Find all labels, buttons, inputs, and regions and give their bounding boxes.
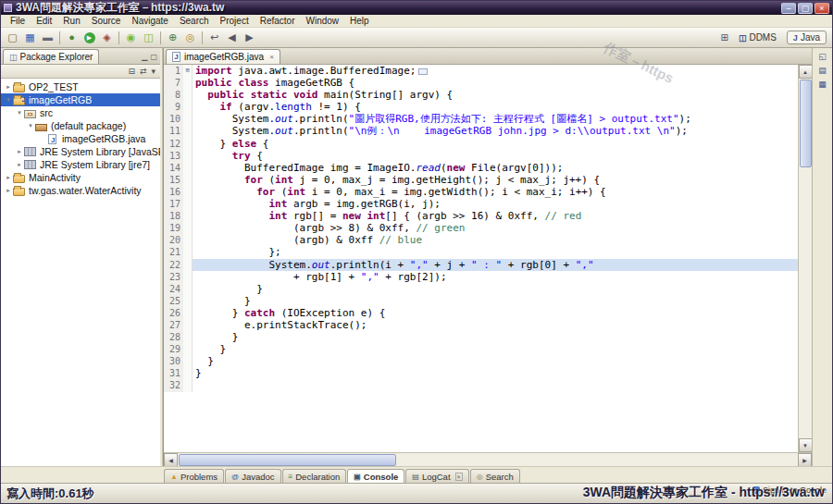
editor-tab[interactable]: J imageGetRGB.java × [166, 49, 280, 64]
tree-item[interactable]: ▸JRE System Library [JavaSE-1.7] [1, 145, 160, 158]
code-line[interactable]: 15 for (int j = 0, max_j = img.getHeight… [164, 174, 798, 186]
expander-icon[interactable]: ▸ [4, 187, 13, 194]
expander-icon[interactable]: ▾ [15, 109, 24, 117]
line-number[interactable]: 29 [164, 343, 183, 355]
menu-item-navigate[interactable]: Navigate [126, 16, 173, 26]
expander-icon[interactable]: ▾ [4, 96, 13, 104]
menu-item-edit[interactable]: Edit [31, 16, 57, 26]
close-icon[interactable]: × [455, 473, 463, 481]
line-number[interactable]: 18 [164, 210, 183, 222]
line-number[interactable]: 24 [164, 283, 183, 295]
android-virtual-device-icon[interactable]: ◫ [140, 30, 157, 46]
expander-icon[interactable]: ▸ [15, 148, 24, 155]
bottom-tab-problems[interactable]: ▲Problems [164, 469, 224, 483]
horizontal-scrollbar[interactable]: ◀ ▶ [164, 452, 812, 466]
run-icon[interactable]: ▶ [81, 30, 98, 46]
bottom-tab-declaration[interactable]: ≡Declaration [282, 469, 347, 483]
code-line[interactable]: 28 } [164, 331, 798, 343]
line-number[interactable]: 31 [164, 367, 183, 379]
menu-item-help[interactable]: Help [344, 16, 375, 26]
menu-item-file[interactable]: File [5, 16, 31, 26]
expander-icon[interactable]: ▸ [4, 83, 13, 91]
menu-item-run[interactable]: Run [57, 16, 85, 26]
back-icon[interactable]: ◀ [223, 30, 241, 46]
line-number[interactable]: 14 [164, 162, 183, 174]
link-with-editor-icon[interactable]: ⇄ [140, 67, 147, 76]
tree-item[interactable]: ▸tw.gas.water.WaterActivity [1, 184, 160, 197]
close-button[interactable]: × [814, 3, 829, 14]
menu-item-source[interactable]: Source [86, 16, 127, 26]
code-line[interactable]: 26 } catch (IOException e) { [164, 307, 798, 319]
menu-item-window[interactable]: Window [300, 16, 344, 26]
tab-close-icon[interactable]: × [269, 53, 274, 61]
tasks-view-icon[interactable]: ▦ [818, 80, 827, 89]
tree-item[interactable]: ▸OP2_TEST [1, 80, 160, 93]
line-number[interactable]: 16 [164, 186, 183, 198]
code-line[interactable]: 18 int rgb[] = new int[] { (argb >> 16) … [164, 210, 798, 222]
code-line[interactable]: 16 for (int i = 0, max_i = img.getWidth(… [164, 186, 798, 198]
code-line[interactable]: 23 + rgb[1] + "," + rgb[2]); [164, 271, 798, 283]
code-line[interactable]: 17 int argb = img.getRGB(i, j); [164, 198, 798, 210]
code-line[interactable]: 31} [164, 367, 798, 379]
maximize-view-icon[interactable]: ▢ [150, 53, 157, 61]
code-line[interactable]: 8 public static void main(String[] argv)… [164, 89, 798, 101]
external-tools-icon[interactable]: ◈ [98, 30, 116, 46]
menu-item-refactor[interactable]: Refactor [255, 16, 301, 26]
minimize-view-icon[interactable]: ▁ [142, 53, 147, 61]
menu-item-search[interactable]: Search [174, 16, 215, 26]
line-number[interactable]: 22 [164, 259, 183, 271]
horizontal-scroll-thumb[interactable] [179, 454, 396, 466]
search-icon[interactable]: ◎ [181, 30, 199, 46]
last-edit-location-icon[interactable]: ↩ [205, 30, 223, 46]
line-number[interactable]: 27 [164, 319, 183, 331]
scroll-up-icon[interactable]: ▲ [799, 65, 813, 79]
code-line[interactable]: 10 System.out.println("圖片取得RGB,使用方法如下: 主… [164, 113, 798, 125]
code-line[interactable]: 22 System.out.println(i + "," + j + " : … [164, 259, 798, 271]
perspective-ddms[interactable]: ◫DDMS [732, 31, 783, 44]
code-line[interactable]: 32 [164, 379, 798, 391]
line-number[interactable]: 32 [164, 379, 183, 391]
line-number[interactable]: 19 [164, 222, 183, 234]
code-line[interactable]: 13 try { [164, 150, 798, 162]
line-number[interactable]: 28 [164, 331, 183, 343]
new-java-class-icon[interactable]: ⊕ [164, 30, 181, 46]
vertical-scroll-thumb[interactable] [800, 80, 812, 167]
minimize-button[interactable]: – [781, 3, 796, 14]
google-signin-button[interactable]: Sign in to Google [752, 486, 827, 495]
open-perspective-icon[interactable]: ⊞ [721, 32, 728, 43]
code-line[interactable]: 25 } [164, 295, 798, 307]
package-explorer-tab[interactable]: ◫ Package Explorer [3, 49, 99, 64]
line-number[interactable]: 8 [164, 89, 183, 101]
perspective-java[interactable]: JJava [787, 31, 827, 44]
view-menu-icon[interactable]: ▾ [151, 67, 155, 76]
fold-collapsed-icon[interactable]: ⊞ [183, 65, 193, 77]
line-number[interactable]: 7 [164, 77, 183, 89]
code-line[interactable]: 12 } else { [164, 138, 798, 150]
line-number[interactable]: 26 [164, 307, 183, 319]
expander-icon[interactable]: ▸ [4, 174, 13, 181]
bottom-tab-logcat[interactable]: ▤LogCat× [405, 469, 468, 483]
maximize-button[interactable]: ▢ [798, 3, 813, 14]
expander-icon[interactable]: ▸ [15, 161, 24, 168]
code-line[interactable]: 14 BufferedImage img = ImageIO.read(new … [164, 162, 798, 174]
line-number[interactable]: 25 [164, 295, 183, 307]
new-wizard-icon[interactable]: ▢ [4, 30, 21, 46]
expander-icon[interactable]: ▾ [26, 122, 35, 129]
code-line[interactable]: 27 e.printStackTrace(); [164, 319, 798, 331]
code-area[interactable]: 1⊞import java.awt.image.BufferedImage;7p… [164, 65, 798, 452]
bottom-tab-console[interactable]: ▣Console [347, 469, 404, 483]
line-number[interactable]: 21 [164, 246, 183, 258]
save-icon[interactable]: ▦ [21, 30, 39, 46]
line-number[interactable]: 30 [164, 355, 183, 367]
code-line[interactable]: 7public class imageGetRGB { [164, 77, 798, 89]
tree-item[interactable]: ▾src [1, 106, 160, 119]
restore-view-icon[interactable]: ◱ [818, 52, 827, 61]
line-number[interactable]: 10 [164, 113, 183, 125]
line-number[interactable]: 1 [164, 65, 183, 77]
android-sdk-manager-icon[interactable]: ◉ [122, 30, 140, 46]
line-number[interactable]: 12 [164, 138, 183, 150]
code-line[interactable]: 1⊞import java.awt.image.BufferedImage; [164, 65, 798, 77]
code-line[interactable]: 19 (argb >> 8) & 0xff, // green [164, 222, 798, 234]
code-line[interactable]: 30 } [164, 355, 798, 367]
bottom-tab-search[interactable]: ◎Search [470, 469, 520, 483]
